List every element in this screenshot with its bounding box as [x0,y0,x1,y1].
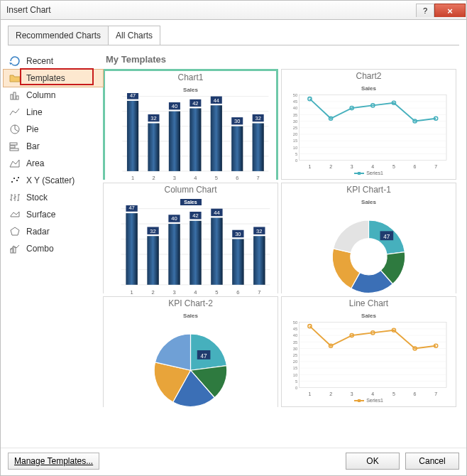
svg-text:15: 15 [293,366,297,370]
sidebar-item-label: Pie [26,124,38,134]
svg-text:5: 5 [392,164,395,169]
cancel-button[interactable]: Cancel [405,453,459,470]
svg-text:5: 5 [392,391,395,396]
sidebar-item-label: Stock [26,193,48,202]
svg-text:47: 47 [130,93,136,99]
svg-rect-28 [169,112,180,171]
svg-rect-20 [127,101,138,171]
svg-text:15: 15 [293,139,297,143]
window-title: Insert Chart [1,5,51,15]
section-heading: My Templates [106,54,456,65]
pie-chart-preview: 47 [108,319,273,418]
svg-text:5: 5 [295,152,297,156]
sidebar-item-line[interactable]: Line [4,104,103,121]
svg-text:4: 4 [371,164,374,169]
close-button[interactable]: × [434,4,466,17]
svg-text:7: 7 [258,289,260,296]
combo-chart-icon [9,243,21,254]
svg-text:40: 40 [172,103,177,109]
svg-text:2: 2 [329,164,332,169]
template-thumb-chart1[interactable]: Chart1 Sales 471322403424445306327 [103,69,278,180]
thumb-plot-title: Sales [286,199,451,205]
thumb-caption: Column Chart [104,183,278,196]
help-button[interactable]: ? [416,4,434,17]
template-thumb-line-chart[interactable]: Line Chart Sales 05101520253035404550123… [281,296,456,407]
svg-rect-5 [10,146,15,148]
ok-button[interactable]: OK [346,453,400,470]
svg-text:25: 25 [293,126,297,130]
svg-text:50: 50 [293,93,297,97]
thumb-legend: Series1 [286,171,451,175]
thumb-plot-title: Sales [108,313,273,319]
svg-rect-36 [211,105,222,171]
thumb-plot-title: Sales [180,199,202,205]
svg-rect-95 [147,236,158,285]
sidebar-item-combo[interactable]: Combo [4,240,103,257]
svg-text:32: 32 [256,115,261,121]
svg-text:30: 30 [234,118,240,124]
svg-text:7: 7 [257,175,260,182]
thumb-caption: KPI Chart-2 [104,297,278,310]
svg-rect-103 [189,221,201,285]
template-thumb-kpi-chart-1[interactable]: KPI Chart-1 Sales 47 [281,183,456,293]
sidebar-item-label: Radar [26,227,50,237]
chart-type-sidebar: Recent Templates Column Line [4,50,103,445]
thumb-legend: Series1 [286,398,451,403]
sidebar-item-recent[interactable]: Recent [4,53,103,70]
manage-templates-button[interactable]: Manage Templates... [8,453,99,470]
surface-chart-icon [9,209,21,220]
sidebar-item-surface[interactable]: Surface [4,206,103,223]
tab-all-charts[interactable]: All Charts [108,26,160,45]
thumb-caption: Chart2 [282,70,456,82]
column-chart-preview: 471322403424445306327 [109,93,272,183]
template-thumb-column-chart[interactable]: Column Chart Sales 471322403424445306327 [103,183,278,293]
thumb-caption: Chart1 [105,71,276,84]
sidebar-item-column[interactable]: Column [4,87,103,104]
column-chart-preview: 471322403424445306327 [108,205,273,296]
svg-point-9 [16,180,18,181]
template-thumb-kpi-chart-2[interactable]: KPI Chart-2 Sales 47 [103,296,278,407]
template-thumb-chart2[interactable]: Chart2 Sales 051015202530354045501234567… [281,69,456,180]
svg-text:10: 10 [293,146,297,150]
sidebar-item-area[interactable]: Area [4,155,103,172]
svg-text:5: 5 [295,379,297,384]
doughnut-chart-preview: 47 [286,205,451,305]
svg-text:6: 6 [414,391,417,396]
svg-text:30: 30 [293,347,297,351]
svg-text:1: 1 [309,164,312,169]
svg-text:40: 40 [293,333,297,337]
area-chart-icon [9,158,21,169]
svg-text:2: 2 [151,289,154,296]
svg-text:6: 6 [236,289,239,296]
sidebar-item-templates[interactable]: Templates [4,70,103,87]
stock-chart-icon [9,192,21,203]
svg-rect-40 [231,126,243,171]
sidebar-item-bar[interactable]: Bar [4,138,103,155]
svg-rect-111 [232,239,243,285]
folder-icon [9,72,21,84]
svg-text:7: 7 [434,391,437,396]
sidebar-item-pie[interactable]: Pie [4,121,103,138]
template-grid: Chart1 Sales 471322403424445306327 Chart… [103,69,459,445]
svg-text:7: 7 [434,164,437,169]
svg-text:3: 3 [172,289,175,296]
sidebar-item-xy-scatter[interactable]: X Y (Scatter) [4,172,103,189]
dialog-footer: Manage Templates... OK Cancel [1,448,466,475]
svg-text:2: 2 [152,175,155,182]
recent-icon [9,55,21,67]
svg-text:40: 40 [171,215,177,222]
svg-text:6: 6 [236,175,238,182]
titlebar: Insert Chart ? × [0,0,467,20]
sidebar-item-radar[interactable]: Radar [4,223,103,240]
sidebar-item-label: Surface [26,210,55,220]
svg-text:42: 42 [192,100,198,107]
tab-recommended-charts[interactable]: Recommended Charts [8,26,109,45]
bar-chart-icon [9,141,21,152]
svg-rect-99 [168,224,180,285]
line-chart-icon [9,107,21,118]
svg-text:32: 32 [150,228,155,234]
svg-text:3: 3 [351,391,353,396]
sidebar-item-stock[interactable]: Stock [4,189,103,206]
svg-point-10 [18,177,19,178]
sidebar-item-label: Bar [26,141,40,151]
